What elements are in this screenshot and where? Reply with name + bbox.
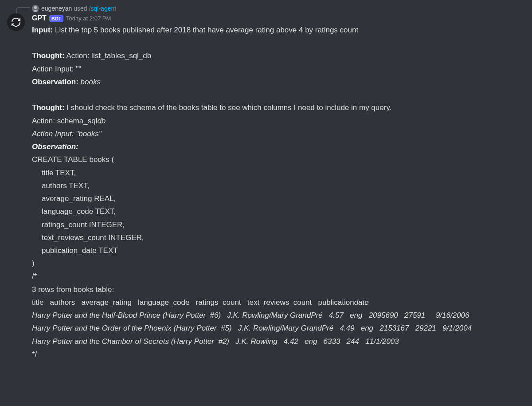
schema-line-8: publication_date TEXT xyxy=(42,246,118,255)
text-observation1: books xyxy=(81,78,101,86)
label-input: Input: xyxy=(32,26,53,34)
text-thought2: I should check the schema of the books t… xyxy=(65,103,392,112)
label-observation-1: Observation: xyxy=(32,78,78,86)
schema-line-7: text_reviews_count INTEGER, xyxy=(42,233,144,242)
table-row-2: Harry Potter and the Order of the Phoeni… xyxy=(32,324,472,332)
svg-point-1 xyxy=(34,6,37,9)
cols-line-a: title authors average_rating language_co… xyxy=(32,298,354,307)
text-action2-suffix: db xyxy=(97,117,106,125)
text-thought1-action: Action: list_tables_sql_db xyxy=(65,51,152,60)
table-row-1: Harry Potter and the Half-Blood Prince (… xyxy=(32,311,469,319)
cols-line-b: date xyxy=(354,298,369,307)
schema-line-3: authors TEXT, xyxy=(42,181,89,190)
bot-avatar[interactable] xyxy=(7,13,25,31)
reply-context[interactable]: eugeneyan used /sql-agent xyxy=(16,4,525,13)
reply-slash-command[interactable]: /sql-agent xyxy=(89,5,116,12)
message-timestamp: Today at 2:07 PM xyxy=(66,15,111,22)
table-row-3: Harry Potter and the Chamber of Secrets … xyxy=(32,337,399,346)
label-thought-2: Thought: xyxy=(32,103,65,112)
rows-header: 3 rows from books table: xyxy=(32,285,114,294)
bot-username[interactable]: GPT xyxy=(32,14,47,22)
bot-tag-badge: BOT xyxy=(49,15,63,22)
comment-close: */ xyxy=(32,350,37,359)
schema-line-4: average_rating REAL, xyxy=(42,194,116,203)
reply-username[interactable]: eugeneyan xyxy=(41,5,72,12)
schema-line-6: ratings_count INTEGER, xyxy=(42,221,125,229)
message-header: GPT BOT Today at 2:07 PM xyxy=(32,14,525,22)
label-thought-1: Thought: xyxy=(32,51,65,60)
schema-line-2: title TEXT, xyxy=(42,169,76,177)
message: eugeneyan used /sql-agent GPT BOT Today … xyxy=(0,0,532,361)
reply-used-label: used xyxy=(74,5,87,12)
label-observation-2: Observation: xyxy=(32,142,78,151)
schema-line-9: ) xyxy=(32,259,35,268)
comment-open: /* xyxy=(32,272,37,280)
schema-line-5: language_code TEXT, xyxy=(42,207,116,216)
schema-line-1: CREATE TABLE books ( xyxy=(32,155,114,164)
message-content: Input: List the top 5 books published af… xyxy=(32,24,525,361)
reply-avatar[interactable] xyxy=(32,5,39,12)
text-action-input1: "" xyxy=(74,65,82,73)
text-input: List the top 5 books published after 201… xyxy=(53,26,358,34)
text-action-input2: Action Input: "books" xyxy=(32,130,102,138)
label-action-input-1: Action Input: xyxy=(32,65,74,73)
text-action2-line: Action: schema_sql xyxy=(32,117,97,125)
refresh-icon xyxy=(11,17,21,28)
reply-spine xyxy=(16,7,30,13)
